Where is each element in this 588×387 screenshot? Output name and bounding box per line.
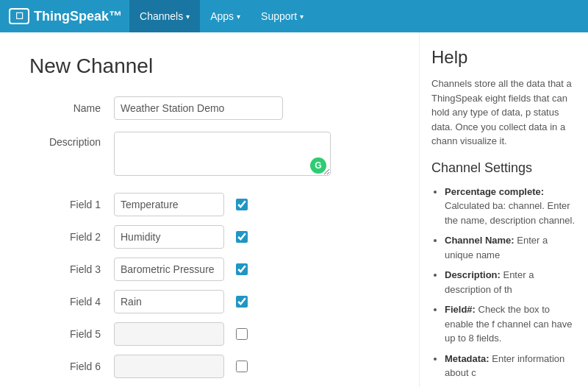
page-title: New Channel [29,54,390,78]
description-label: Description [29,132,114,148]
field-label-1: Field 1 [29,199,114,210]
nav-channels-label: Channels [140,10,183,22]
help-list: Percentage complete: Calculated ba: chan… [431,185,576,388]
field-row-5: Field 5 [29,322,390,346]
field-checkbox-1[interactable] [236,199,248,210]
field-checkbox-5[interactable] [236,328,248,340]
name-label: Name [29,102,114,114]
channel-settings-title: Channel Settings [431,160,576,176]
field-row-3: Field 3 [29,258,390,281]
help-title: Help [431,47,576,68]
description-wrapper: G [114,132,331,178]
nav-channels[interactable]: Channels ▾ [129,0,200,32]
apps-caret-icon: ▾ [237,13,240,21]
main-container: New Channel Name Description G Field 1Fi… [0,32,588,387]
field-row-1: Field 1 [29,193,390,216]
description-input[interactable] [114,132,331,176]
field-label-6: Field 6 [29,361,114,372]
field-checkbox-6[interactable] [236,361,248,372]
nav-support-label: Support [261,10,297,22]
name-input[interactable] [114,96,283,120]
field-input-4[interactable] [114,290,224,313]
brand-name: ThingSpeak™ [34,9,122,24]
help-item-5: Metadata: Enter information about c [445,352,576,380]
field-label-5: Field 5 [29,328,114,340]
field-label-3: Field 3 [29,263,114,275]
navbar: ☐ ThingSpeak™ Channels ▾ Apps ▾ Support … [0,0,588,32]
support-caret-icon: ▾ [300,13,304,21]
name-row: Name [29,96,390,120]
field-input-3[interactable] [114,258,224,281]
help-item-2: Channel Name: Enter a unique name [445,233,576,262]
help-item-4: Field#: Check the box to enable the f ch… [445,302,576,346]
help-intro: Channels store all the data that a Thing… [431,77,576,149]
field-label-2: Field 2 [29,231,114,243]
channels-caret-icon: ▾ [186,13,190,21]
logo-icon: ☐ [9,8,29,24]
field-row-6: Field 6 [29,355,390,378]
nav-apps[interactable]: Apps ▾ [200,0,251,32]
field-checkbox-2[interactable] [236,231,248,243]
description-icon: G [310,157,326,174]
brand-logo[interactable]: ☐ ThingSpeak™ [9,8,122,24]
field-row-2: Field 2 [29,225,390,249]
field-checkbox-3[interactable] [236,263,248,275]
help-item-3: Description: Enter a description of th [445,268,576,297]
field-input-1[interactable] [114,193,224,216]
nav-support[interactable]: Support ▾ [251,0,314,32]
field-input-5[interactable] [114,322,224,346]
fields-container: Field 1Field 2Field 3Field 4Field 5Field… [29,193,390,387]
field-input-2[interactable] [114,225,224,249]
left-panel: New Channel Name Description G Field 1Fi… [0,32,419,387]
right-panel: Help Channels store all the data that a … [419,32,588,387]
field-checkbox-4[interactable] [236,296,248,308]
field-input-6[interactable] [114,355,224,378]
description-row: Description G [29,132,390,178]
nav-apps-label: Apps [210,10,234,22]
help-item-1: Percentage complete: Calculated ba: chan… [445,185,576,228]
field-row-4: Field 4 [29,290,390,313]
field-label-4: Field 4 [29,296,114,308]
